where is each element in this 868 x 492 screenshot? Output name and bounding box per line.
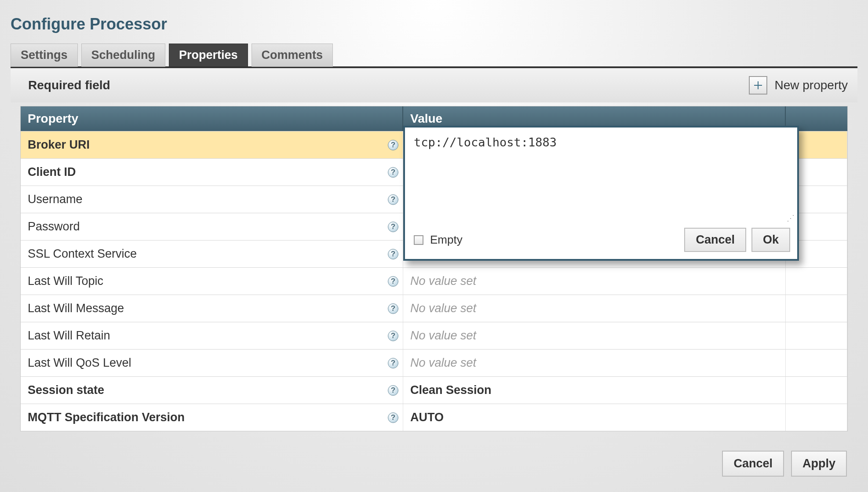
property-name: SSL Context Service — [28, 247, 137, 261]
property-action-cell — [786, 404, 847, 431]
tabs: Settings Scheduling Properties Comments — [11, 43, 857, 68]
property-value-cell[interactable]: AUTO — [403, 404, 786, 431]
table-row[interactable]: Session state?Clean Session — [21, 376, 847, 404]
help-icon[interactable]: ? — [388, 385, 398, 396]
tab-comments[interactable]: Comments — [252, 44, 333, 67]
property-value: No value set — [410, 302, 476, 315]
property-value: No value set — [410, 329, 476, 343]
tab-scheduling[interactable]: Scheduling — [81, 44, 166, 67]
property-action-cell — [786, 377, 847, 404]
value-editor-popover: tcp://localhost:1883 ⋰ Empty Cancel Ok — [403, 126, 799, 261]
tab-properties[interactable]: Properties — [169, 44, 248, 67]
property-name: Password — [28, 220, 80, 233]
editor-cancel-button[interactable]: Cancel — [684, 228, 746, 252]
property-value: No value set — [410, 356, 476, 370]
plus-icon — [749, 76, 767, 95]
property-name-cell: Last Will Retain? — [21, 322, 403, 349]
table-row[interactable]: MQTT Specification Version?AUTO — [21, 404, 847, 431]
configure-processor-dialog: Configure Processor Settings Scheduling … — [0, 0, 868, 492]
property-value: No value set — [410, 274, 476, 288]
property-value-cell[interactable]: No value set — [403, 322, 786, 349]
editor-ok-button[interactable]: Ok — [751, 228, 790, 252]
value-editor-footer: Empty Cancel Ok — [405, 222, 797, 259]
property-name: Username — [28, 193, 83, 206]
property-value-cell[interactable]: Clean Session — [403, 377, 786, 404]
help-icon[interactable]: ? — [388, 140, 398, 150]
property-name-cell: Username? — [21, 186, 403, 213]
property-name: Session state — [28, 383, 104, 397]
property-name-cell: MQTT Specification Version? — [21, 404, 403, 431]
property-value: AUTO — [410, 411, 444, 424]
property-name-cell: Password? — [21, 213, 403, 240]
tab-settings[interactable]: Settings — [11, 44, 78, 67]
empty-checkbox[interactable] — [414, 235, 423, 245]
apply-button[interactable]: Apply — [791, 451, 847, 477]
table-row[interactable]: Last Will QoS Level?No value set — [21, 349, 847, 376]
empty-checkbox-label: Empty — [430, 233, 463, 247]
property-name: Last Will Message — [28, 302, 124, 315]
help-icon[interactable]: ? — [388, 358, 398, 368]
property-name: Last Will Retain — [28, 329, 110, 343]
property-value-cell[interactable]: No value set — [403, 268, 786, 295]
property-value-cell[interactable]: No value set — [403, 295, 786, 322]
empty-checkbox-wrap[interactable]: Empty — [412, 233, 463, 247]
property-action-cell — [786, 268, 847, 295]
property-name-cell: Last Will QoS Level? — [21, 350, 403, 376]
property-name-cell: Last Will Topic? — [21, 268, 403, 295]
help-icon[interactable]: ? — [388, 303, 398, 314]
table-row[interactable]: Last Will Topic?No value set — [21, 267, 847, 295]
property-name-cell: Broker URI? — [21, 131, 403, 158]
help-icon[interactable]: ? — [388, 331, 398, 341]
help-icon[interactable]: ? — [388, 412, 398, 423]
property-action-cell — [786, 322, 847, 349]
help-icon[interactable]: ? — [388, 249, 398, 259]
required-field-label: Required field — [28, 78, 110, 92]
property-action-cell — [786, 295, 847, 322]
properties-subheader: Required field New property — [11, 68, 857, 102]
new-property-label: New property — [774, 78, 848, 92]
table-row[interactable]: Last Will Message?No value set — [21, 295, 847, 322]
cancel-button[interactable]: Cancel — [722, 451, 784, 477]
help-icon[interactable]: ? — [388, 276, 398, 287]
property-value: Clean Session — [410, 383, 492, 397]
property-action-cell — [786, 350, 847, 376]
property-name: Broker URI — [28, 138, 90, 152]
table-row[interactable]: Last Will Retain?No value set — [21, 322, 847, 349]
property-name-cell: Session state? — [21, 377, 403, 404]
col-property: Property — [21, 106, 403, 131]
dialog-footer: Cancel Apply — [11, 431, 857, 487]
property-name: Last Will QoS Level — [28, 356, 131, 370]
properties-table: Property Value Broker URI?Client ID?User… — [20, 106, 848, 431]
property-name-cell: SSL Context Service? — [21, 241, 403, 267]
property-name: Client ID — [28, 165, 76, 179]
property-name: MQTT Specification Version — [28, 411, 185, 424]
help-icon[interactable]: ? — [388, 167, 398, 178]
help-icon[interactable]: ? — [388, 194, 398, 205]
dialog-title: Configure Processor — [11, 15, 857, 33]
property-name-cell: Last Will Message? — [21, 295, 403, 322]
help-icon[interactable]: ? — [388, 222, 398, 232]
value-editor-input[interactable]: tcp://localhost:1883 — [405, 128, 797, 220]
property-name: Last Will Topic — [28, 274, 103, 288]
new-property-button[interactable]: New property — [749, 76, 848, 95]
property-value-cell[interactable]: No value set — [403, 350, 786, 376]
property-name-cell: Client ID? — [21, 159, 403, 186]
